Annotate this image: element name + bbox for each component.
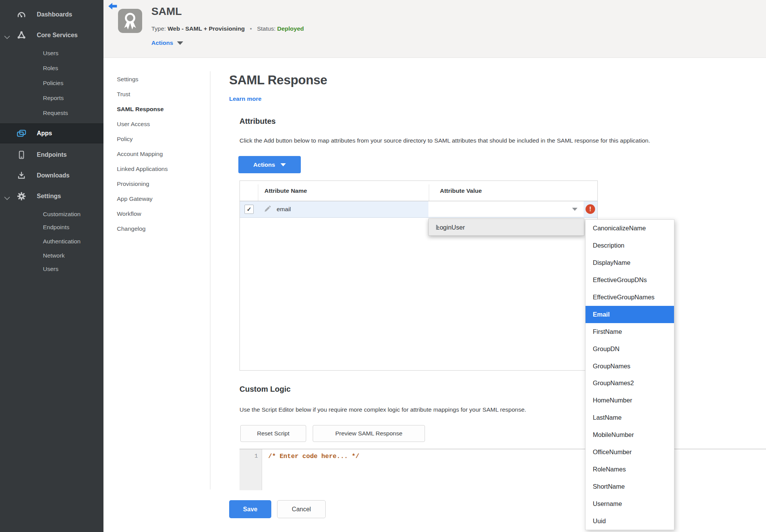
tab-user-access[interactable]: User Access	[117, 117, 207, 131]
sidebar-item-apps-active[interactable]: Apps	[0, 123, 103, 143]
caret-down-icon	[572, 208, 577, 211]
app-header: SAML Type: Web - SAML + Provisioning • S…	[103, 0, 766, 58]
caret-down-icon	[177, 41, 183, 45]
menu-item[interactable]: LastName	[586, 409, 674, 426]
menu-item[interactable]: EffectiveGroupNames	[586, 289, 674, 306]
menu-item[interactable]: DisplayName	[586, 254, 674, 271]
line-number: 1	[254, 453, 258, 460]
tablet-icon	[16, 149, 27, 160]
sidebar-item-label: Apps	[37, 130, 52, 137]
learn-more-link[interactable]: Learn more	[229, 95, 261, 102]
checkbox-check-icon: ✓	[247, 206, 252, 213]
sidebar-item-dashboards[interactable]: Dashboards	[0, 7, 103, 22]
gear-icon	[16, 191, 27, 202]
row-checkbox[interactable]: ✓	[244, 205, 254, 214]
menu-item[interactable]: ShortName	[586, 478, 674, 495]
type-label: Type:	[151, 25, 166, 32]
attributes-heading: Attributes	[239, 117, 276, 126]
sidebar: Dashboards Core Services Users Roles Pol…	[0, 0, 103, 532]
table-header: Attribute Name Attribute Value	[240, 181, 597, 201]
sidebar-item-downloads[interactable]: Downloads	[0, 168, 103, 183]
tab-account-mapping[interactable]: Account Mapping	[117, 146, 207, 161]
sidebar-item-settings[interactable]: Settings	[0, 189, 103, 204]
menu-item[interactable]: GroupNames2	[586, 374, 674, 392]
value-menu-loginuser[interactable]: LoginUser	[428, 218, 584, 236]
menu-item[interactable]: GroupNames	[586, 358, 674, 375]
apps-icon	[16, 128, 27, 139]
back-icon[interactable]	[108, 2, 117, 11]
table-row[interactable]: ✓ email !	[240, 201, 597, 218]
chevron-down-icon[interactable]	[5, 194, 10, 201]
script-editor[interactable]: 1 /* Enter code here... */	[239, 449, 766, 490]
sidebar-item-core-services[interactable]: Core Services	[0, 28, 103, 43]
sidebar-item-users[interactable]: Users	[0, 46, 103, 61]
menu-item-selected[interactable]: Email	[586, 306, 674, 323]
menu-item[interactable]: MobileNumber	[586, 426, 674, 443]
sidebar-item-label: Endpoints	[37, 151, 67, 158]
chevron-down-icon[interactable]	[5, 33, 10, 40]
column-attribute-value: Attribute Value	[440, 181, 482, 201]
section-title: SAML Response	[229, 73, 327, 87]
page-title: SAML	[151, 5, 182, 18]
reset-script-button[interactable]: Reset Script	[240, 425, 306, 442]
cancel-button[interactable]: Cancel	[277, 500, 326, 518]
menu-item[interactable]: Description	[586, 237, 674, 254]
error-icon: !	[586, 204, 595, 214]
sidebar-item-customization[interactable]: Customization	[0, 207, 103, 222]
menu-item[interactable]: FirstName	[586, 323, 674, 340]
sidebar-item-label: Dashboards	[37, 11, 72, 18]
sidebar-item-authentication[interactable]: Authentication	[0, 234, 103, 249]
menu-item[interactable]: OfficeNumber	[586, 443, 674, 461]
sidebar-item-roles[interactable]: Roles	[0, 61, 103, 76]
editor-gutter: 1	[239, 449, 262, 490]
menu-item[interactable]: GroupDN	[586, 340, 674, 358]
status-badge: Deployed	[277, 25, 304, 32]
menu-item[interactable]: Uuid	[586, 512, 674, 530]
sidebar-item-network[interactable]: Network	[0, 248, 103, 263]
sidebar-item-users-settings[interactable]: Users	[0, 262, 103, 276]
sidebar-item-endpoints[interactable]: Endpoints	[0, 148, 103, 162]
column-attribute-name: Attribute Name	[264, 181, 307, 201]
caret-down-icon	[280, 163, 286, 166]
tab-workflow[interactable]: Workflow	[117, 206, 207, 221]
gauge-icon	[16, 9, 27, 20]
menu-item[interactable]: Username	[586, 495, 674, 512]
app-logo	[118, 9, 142, 33]
tab-saml-response[interactable]: SAML Response	[117, 102, 207, 117]
tab-app-gateway[interactable]: App Gateway	[117, 191, 207, 206]
menu-item[interactable]: CanonicalizeName	[586, 220, 674, 237]
molecule-icon	[16, 30, 27, 41]
menu-item[interactable]: EffectiveGroupDNs	[586, 271, 674, 289]
app-section-nav: Settings Trust SAML Response User Access…	[117, 72, 207, 236]
tab-changelog[interactable]: Changelog	[117, 221, 207, 236]
tab-provisioning[interactable]: Provisioning	[117, 176, 207, 191]
save-button[interactable]: Save	[229, 500, 271, 518]
nav-divider	[210, 71, 210, 489]
attributes-description: Click the Add button below to map attrib…	[239, 137, 650, 144]
tab-policy[interactable]: Policy	[117, 131, 207, 146]
editor-code[interactable]: /* Enter code here... */	[268, 453, 359, 460]
status-label: Status:	[257, 25, 276, 32]
sidebar-item-reports[interactable]: Reports	[0, 91, 103, 105]
tab-linked-applications[interactable]: Linked Applications	[117, 161, 207, 176]
tab-settings[interactable]: Settings	[117, 72, 207, 87]
pencil-icon[interactable]	[264, 205, 271, 213]
menu-item[interactable]: RoleNames	[586, 461, 674, 478]
header-actions-menu[interactable]: Actions	[151, 39, 183, 46]
sidebar-item-label: Downloads	[37, 172, 69, 179]
app-meta: Type: Web - SAML + Provisioning • Status…	[151, 25, 304, 32]
sidebar-item-policies[interactable]: Policies	[0, 76, 103, 90]
preview-saml-response-button[interactable]: Preview SAML Response	[313, 425, 425, 442]
custom-logic-description: Use the Script Editor below if you requi…	[239, 406, 526, 413]
submenu-arrow-icon	[436, 225, 440, 230]
sidebar-item-endpoints-settings[interactable]: Endpoints	[0, 220, 103, 235]
attributes-table: Attribute Name Attribute Value ✓ email !	[239, 181, 598, 371]
type-value: Web - SAML + Provisioning	[167, 25, 244, 32]
sidebar-item-requests[interactable]: Requests	[0, 106, 103, 120]
ribbon-badge-icon	[118, 9, 142, 33]
sidebar-item-label: Core Services	[37, 32, 78, 39]
attributes-actions-button[interactable]: Actions	[238, 156, 301, 173]
attribute-value-select[interactable]	[428, 201, 584, 217]
tab-trust[interactable]: Trust	[117, 87, 207, 102]
menu-item[interactable]: HomeNumber	[586, 392, 674, 409]
